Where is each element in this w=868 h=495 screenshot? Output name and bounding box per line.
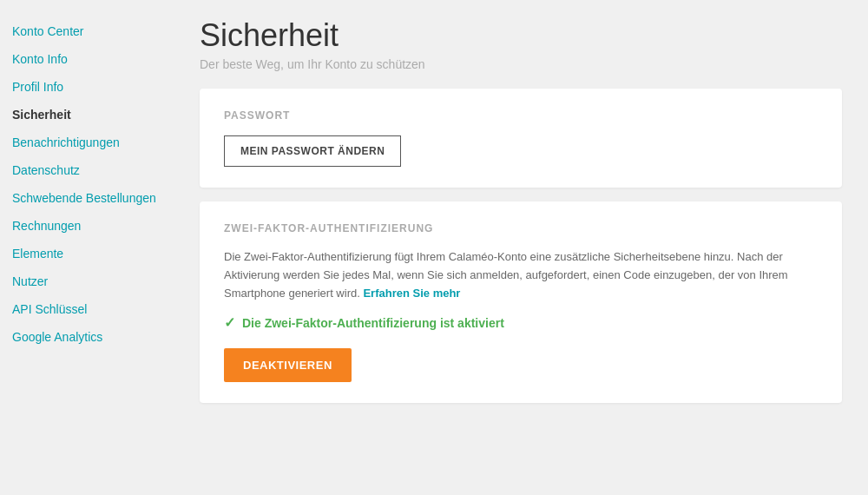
page-title: Sicherheit — [200, 17, 842, 54]
two-factor-card: ZWEI-FAKTOR-AUTHENTIFIZIERUNG Die Zwei-F… — [200, 201, 842, 403]
sidebar-item-konto-info[interactable]: Konto Info — [12, 45, 174, 73]
learn-more-link[interactable]: Erfahren Sie mehr — [363, 287, 460, 300]
password-card: PASSWORT MEIN PASSWORT ÄNDERN — [200, 89, 842, 188]
sidebar-item-benachrichtigungen[interactable]: Benachrichtigungen — [12, 129, 174, 156]
sidebar-item-profil-info[interactable]: Profil Info — [12, 73, 174, 101]
sidebar-item-elemente[interactable]: Elemente — [12, 240, 174, 267]
main-content: Sicherheit Der beste Weg, um Ihr Konto z… — [174, 0, 868, 495]
sidebar-item-nutzer[interactable]: Nutzer — [12, 267, 174, 295]
two-factor-section-label: ZWEI-FAKTOR-AUTHENTIFIZIERUNG — [224, 222, 818, 234]
sidebar-item-datenschutz[interactable]: Datenschutz — [12, 156, 174, 184]
sidebar-item-rechnungen[interactable]: Rechnungen — [12, 212, 174, 240]
check-icon: ✓ — [224, 314, 235, 331]
two-factor-status: ✓ Die Zwei-Faktor-Authentifizierung ist … — [224, 314, 818, 331]
sidebar-item-google-analytics[interactable]: Google Analytics — [12, 323, 174, 351]
sidebar-item-schwebende-bestellungen[interactable]: Schwebende Bestellungen — [12, 184, 174, 212]
change-password-button[interactable]: MEIN PASSWORT ÄNDERN — [224, 135, 401, 167]
sidebar-item-konto-center[interactable]: Konto Center — [12, 17, 174, 45]
sidebar-item-api-schluessel[interactable]: API Schlüssel — [12, 295, 174, 323]
page-subtitle: Der beste Weg, um Ihr Konto zu schützen — [200, 57, 842, 71]
sidebar: Konto CenterKonto InfoProfil InfoSicherh… — [0, 0, 174, 495]
password-section-label: PASSWORT — [224, 109, 818, 122]
two-factor-description: Die Zwei-Faktor-Authentifizierung fügt I… — [224, 248, 818, 302]
deactivate-button[interactable]: DEAKTIVIEREN — [224, 348, 352, 382]
sidebar-item-sicherheit[interactable]: Sicherheit — [12, 101, 174, 129]
